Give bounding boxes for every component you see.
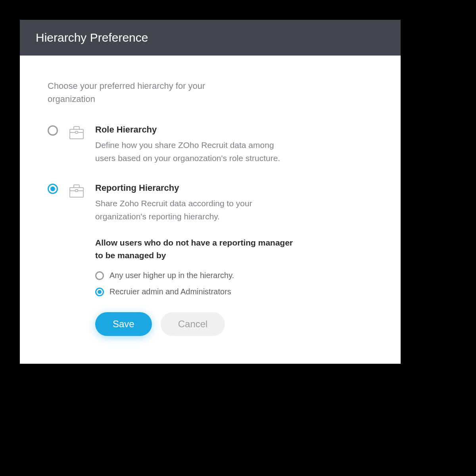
radio-recruiter-admin[interactable] — [95, 288, 104, 296]
svg-rect-5 — [75, 190, 78, 192]
sub-option-label: Recruier admin and Administrators — [109, 287, 231, 296]
sub-option-recruiter-admin[interactable]: Recruier admin and Administrators — [95, 287, 373, 296]
option-desc: Share Zoho Recruit data according to you… — [95, 197, 294, 223]
option-title: Role Hierarchy — [95, 125, 373, 135]
option-text: Reporting Hierarchy Share Zoho Recruit d… — [95, 183, 373, 336]
intro-text: Choose your preferred hierarchy for your… — [48, 79, 214, 106]
svg-rect-0 — [70, 129, 83, 139]
dialog-title: Hierarchy Preference — [20, 20, 401, 56]
sub-option-any-user[interactable]: Any user higher up in the hierarchy. — [95, 271, 373, 280]
sub-option-label: Any user higher up in the hierarchy. — [109, 271, 234, 280]
cancel-button[interactable]: Cancel — [161, 312, 225, 336]
option-reporting-hierarchy[interactable]: Reporting Hierarchy Share Zoho Recruit d… — [48, 183, 373, 336]
save-button[interactable]: Save — [95, 312, 152, 336]
sub-heading: Allow users who do not have a reporting … — [95, 236, 301, 261]
svg-rect-2 — [75, 131, 78, 133]
option-title: Reporting Hierarchy — [95, 183, 373, 193]
option-text: Role Hierarchy Define how you share ZOho… — [95, 125, 373, 165]
dialog-body: Choose your preferred hierarchy for your… — [20, 56, 401, 364]
button-row: Save Cancel — [95, 312, 373, 336]
option-desc: Define how you share ZOho Recruit data a… — [95, 139, 294, 165]
radio-reporting-hierarchy[interactable] — [48, 184, 58, 194]
option-role-hierarchy[interactable]: Role Hierarchy Define how you share ZOho… — [48, 125, 373, 165]
hierarchy-preference-dialog: Hierarchy Preference Choose your preferr… — [20, 20, 401, 364]
briefcase-icon — [68, 182, 85, 199]
svg-rect-3 — [70, 188, 83, 197]
radio-role-hierarchy[interactable] — [48, 125, 58, 136]
briefcase-icon — [68, 124, 85, 140]
radio-any-user[interactable] — [95, 271, 104, 280]
